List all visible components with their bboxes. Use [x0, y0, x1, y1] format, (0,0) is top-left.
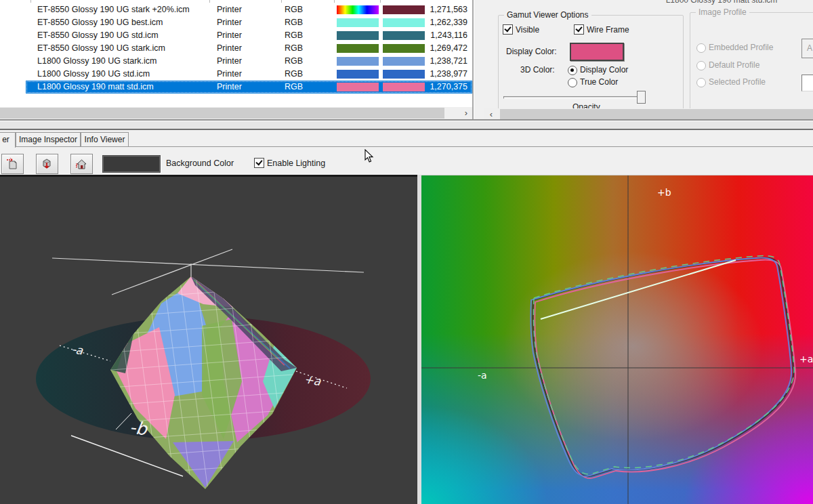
- display-color-radio[interactable]: [568, 66, 577, 75]
- viewer-toolbar: Background Color Enable Lighting: [0, 147, 813, 175]
- true-color-radio-label: True Color: [580, 77, 618, 87]
- true-color-radio[interactable]: [568, 78, 577, 87]
- gamut-volume: 1,238,977: [430, 69, 467, 79]
- horizontal-splitter[interactable]: [0, 121, 813, 129]
- viewport-area: -a +a -b: [0, 175, 813, 504]
- column-divider: [334, 0, 335, 3]
- 2d-neg-a-label: -a: [478, 370, 487, 381]
- embedded-profile-radio[interactable]: [696, 43, 706, 53]
- home-view-button[interactable]: [70, 154, 93, 174]
- background-color-button-border[interactable]: [102, 155, 161, 173]
- 2d-pos-b-label: +b: [657, 187, 671, 198]
- device-class: Printer: [217, 18, 242, 27]
- wireframe-label: Wire Frame: [587, 25, 629, 35]
- display-color-swatch: [383, 70, 425, 79]
- 2d-axes: [421, 175, 813, 504]
- gamut-color-swatch: [337, 44, 379, 53]
- table-row[interactable]: L1800 Glossy 190 UG stark.icm Printer RG…: [26, 55, 472, 68]
- column-divider: [380, 0, 381, 3]
- profile-name: L1800 Glossy 190 UG stark.icm: [37, 56, 157, 66]
- profile-name: ET-8550 Glossy 190 UG best.icm: [37, 18, 163, 27]
- tab-info-viewer[interactable]: Info Viewer: [81, 132, 129, 146]
- gamut-color-swatch: [337, 70, 379, 79]
- display-color-button-border[interactable]: [570, 43, 624, 61]
- gamut-3d-scene: -a +a -b: [0, 177, 417, 504]
- enable-lighting-checkbox[interactable]: [254, 158, 264, 168]
- group-title: Gamut Viewer Options: [504, 10, 591, 20]
- gamut-volume: 1,238,721: [430, 56, 467, 66]
- table-row[interactable]: ET-8550 Glossy 190 UG stark.icm Printer …: [26, 42, 472, 55]
- group-title: Image Profile: [696, 7, 749, 17]
- device-class: Printer: [217, 56, 242, 66]
- default-profile-radio[interactable]: [696, 61, 706, 70]
- display-color-swatch: [383, 57, 425, 66]
- 3d-color-label: 3D Color:: [520, 65, 555, 75]
- list-hscrollbar[interactable]: ›: [0, 107, 472, 119]
- column-divider: [281, 0, 282, 3]
- column-divider: [209, 0, 210, 3]
- tab-image-inspector[interactable]: Image Inspector: [16, 132, 81, 146]
- options-hscroll-thumb[interactable]: [500, 109, 813, 120]
- profile-name: L1800 Glossy 190 matt std.icm: [37, 82, 154, 91]
- gamut-color-swatch: [337, 83, 379, 91]
- display-color-label: Display Color:: [506, 47, 557, 56]
- profile-name: L1800 Glossy 190 UG std.icm: [37, 69, 150, 79]
- gamut-3d-view[interactable]: -a +a -b: [0, 175, 417, 504]
- color-space: RGB: [285, 30, 303, 40]
- display-color-swatch: [383, 44, 425, 53]
- profile-title-clipped: L1800 Glossy 190 matt std.icm: [633, 0, 810, 6]
- profile-list[interactable]: ET-8550 Glossy 190 UG stark +20%.icm Pri…: [0, 0, 472, 119]
- gamut-2d-scene: +b -a +a: [421, 175, 813, 504]
- selected-profile-label: Selected Profile: [709, 77, 766, 87]
- profile-name: ET-8550 Glossy 190 UG std.icm: [37, 30, 159, 40]
- device-class: Printer: [217, 69, 242, 79]
- page-rotate-icon: [5, 157, 19, 171]
- table-row[interactable]: ET-8550 Glossy 190 UG stark +20%.icm Pri…: [26, 3, 472, 16]
- display-color-swatch: [383, 5, 425, 14]
- color-space: RGB: [285, 5, 303, 14]
- gamut-color-swatch: [337, 31, 379, 40]
- device-class: Printer: [217, 30, 242, 40]
- gamut-solid: [102, 272, 312, 495]
- visible-checkbox[interactable]: [503, 24, 513, 35]
- gamut-volume: 1,262,339: [430, 18, 467, 27]
- enable-lighting-label: Enable Lighting: [267, 159, 325, 168]
- image-profile-button-clipped[interactable]: A: [801, 39, 813, 58]
- table-row[interactable]: L1800 Glossy 190 UG std.icm Printer RGB …: [26, 68, 472, 81]
- rotate-view-button[interactable]: [1, 154, 24, 174]
- opacity-slider[interactable]: [503, 96, 645, 99]
- tab-gamut-viewer-clipped[interactable]: er: [0, 132, 16, 148]
- gamut-volume: 1,243,116: [430, 30, 467, 40]
- wireframe-checkbox[interactable]: [574, 24, 584, 35]
- flip-view-button[interactable]: [36, 154, 58, 174]
- color-space: RGB: [285, 56, 303, 66]
- device-class: Printer: [217, 82, 242, 91]
- color-space: RGB: [285, 69, 303, 79]
- selected-profile-radio[interactable]: [696, 78, 706, 87]
- 3d-axis-lines: [52, 249, 364, 295]
- options-pane: L1800 Glossy 190 matt std.icm Gamut View…: [474, 0, 813, 121]
- color-space: RGB: [285, 43, 303, 53]
- gamut-volume: 1,271,563: [430, 5, 467, 14]
- gamut-outlines: [530, 256, 795, 479]
- gamut-2d-view[interactable]: +b -a +a: [421, 175, 813, 504]
- table-row[interactable]: ET-8550 Glossy 190 UG std.icm Printer RG…: [26, 29, 472, 42]
- embedded-profile-label: Embedded Profile: [709, 43, 773, 52]
- 2d-pos-a-label: +a: [799, 354, 813, 364]
- display-color-swatch: [383, 83, 425, 91]
- display-color-radio-label: Display Color: [580, 65, 628, 75]
- image-profile-field-clipped[interactable]: [801, 75, 813, 91]
- table-row-selected[interactable]: L1800 Glossy 190 matt std.icm Printer RG…: [26, 81, 472, 93]
- visible-label: Visible: [516, 25, 539, 35]
- gamut-color-swatch: [337, 57, 379, 66]
- gamut-volume: 1,270,375: [430, 82, 467, 91]
- default-profile-label: Default Profile: [709, 60, 759, 70]
- app-window: ET-8550 Glossy 190 UG stark +20%.icm Pri…: [0, 0, 813, 504]
- column-divider: [30, 0, 31, 3]
- list-hscroll-thumb[interactable]: [0, 108, 444, 119]
- list-hscroll-right-arrow[interactable]: ›: [460, 107, 472, 119]
- table-row[interactable]: ET-8550 Glossy 190 UG best.icm Printer R…: [26, 16, 472, 29]
- opacity-slider-thumb[interactable]: [637, 91, 646, 104]
- display-color-swatch: [383, 31, 425, 40]
- profile-name: ET-8550 Glossy 190 UG stark.icm: [37, 43, 165, 53]
